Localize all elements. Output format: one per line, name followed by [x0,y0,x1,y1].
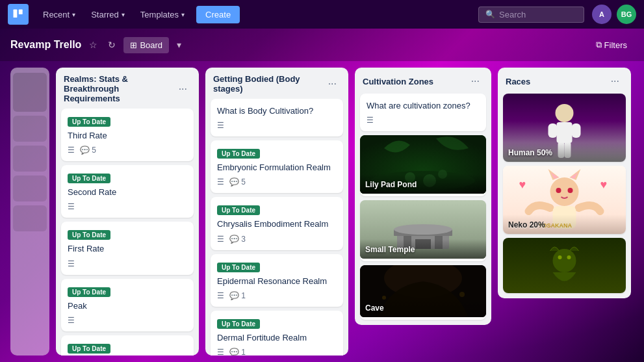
race-human-label: Human 50% [508,148,552,157]
board-view-label: Board [140,40,162,50]
card-comment-icon: 💬 5 [80,146,96,155]
card-comment-icon-em: 💬 5 [229,177,246,187]
avatar-user2[interactable]: BG [617,5,636,24]
svg-rect-1 [19,10,23,15]
view-chevron-button[interactable]: ▾ [174,37,184,53]
recent-button[interactable]: Recent ▾ [36,6,82,23]
recent-label: Recent [43,10,70,19]
share-button[interactable]: ↻ [105,37,118,53]
svg-rect-0 [14,10,18,18]
starred-chevron: ▾ [122,11,125,18]
card-label-epidermal: Up To Date [217,263,260,272]
card-cave[interactable]: Cave [360,265,486,320]
list-realms-title: Realms: Stats & Breakthrough Requirement… [64,74,175,103]
card-footer-body-cult: ☰ [217,121,337,130]
zone-lily-pad-label: Lily Pad Pond [365,180,417,189]
list-body-stages-header: Getting Bodied (Body stages) ··· [205,68,348,99]
race-neko-label: Neko 20% [508,220,545,229]
card-label-qi: Up To Date [68,344,110,354]
board-grid-icon: ⊞ [130,40,137,50]
card-label-second-rate: Up To Date [68,174,110,183]
card-comment-icon-de: 💬 1 [229,348,246,356]
starred-label: Starred [91,10,119,19]
trello-logo [8,4,29,25]
list-zones-content: What are cultivation zones? ☰ [355,94,491,325]
filters-button[interactable]: ⧉ Filters [589,36,634,53]
card-title-first-rate: First Rate [68,243,187,255]
list-body-stages-content: What is Body Cultivation? ☰ Up To Date E… [205,99,348,356]
card-label-third-rate: Up To Date [68,117,110,127]
svg-rect-22 [572,123,581,138]
card-embryonic[interactable]: Up To Date Embryonic Formulation Realm ☰… [211,140,343,193]
card-human[interactable]: Human 50% [503,94,626,162]
card-chrysalis[interactable]: Up To Date Chrysalis Embodiment Realm ☰ … [211,197,343,250]
list-body-stages: Getting Bodied (Body stages) ··· What is… [205,68,348,356]
avatar-user1[interactable]: A [592,5,612,24]
card-label-chrysalis: Up To Date [217,205,260,215]
card-dermal[interactable]: Up To Date Dermal Fortitude Realm ☰ 💬 1 [211,311,343,356]
card-footer-second-rate: ☰ [68,202,187,211]
list-zones-menu[interactable]: ··· [467,74,483,88]
list-body-stages-title: Getting Bodied (Body stages) [213,74,324,94]
card-neko[interactable]: ♥ ♥ YOSAKANA Neko 20% [503,166,626,234]
board-area: Realms: Stats & Breakthrough Requirement… [0,61,644,362]
search-input[interactable] [499,10,577,19]
svg-point-40 [567,255,571,259]
card-footer-embryonic: ☰ 💬 5 [217,177,337,187]
card-title-peak: Peak [68,300,187,312]
card-body-cultivation[interactable]: What is Body Cultivation? ☰ [211,99,343,136]
card-image-temple: Small Temple [360,200,486,259]
search-bar[interactable]: 🔍 [478,6,584,23]
card-label-dermal: Up To Date [217,319,260,329]
list-zones-header: Cultivation Zones ··· [355,68,491,94]
create-label: Create [205,10,231,19]
card-epidermal[interactable]: Up To Date Epidermal Resonance Realm ☰ 💬… [211,254,343,307]
recent-chevron: ▾ [72,11,75,18]
svg-rect-21 [548,123,558,138]
card-desc-icon-ch: ☰ [217,235,224,244]
templates-button[interactable]: Templates ▾ [134,6,191,23]
star-button[interactable]: ☆ [86,37,100,53]
templates-label: Templates [140,10,179,19]
svg-point-39 [558,255,562,259]
card-desc-icon-zi: ☰ [367,116,374,125]
top-navigation: Recent ▾ Starred ▾ Templates ▾ Create 🔍 … [0,0,644,29]
card-small-temple[interactable]: Small Temple [360,200,486,261]
list-realms-menu[interactable]: ··· [175,82,191,96]
list-races-menu[interactable]: ··· [607,74,623,88]
card-title-dermal: Dermal Fortitude Realm [217,332,337,344]
list-partial-left [10,68,49,356]
card-desc-icon-de: ☰ [217,348,224,356]
card-desc-icon-ep: ☰ [217,291,224,300]
card-description-icon-bc: ☰ [217,121,224,130]
card-second-rate[interactable]: Up To Date Second Rate ☰ [61,165,194,218]
create-button[interactable]: Create [196,6,240,23]
list-races: Races ··· [498,68,631,298]
card-footer-first-rate: ☰ [68,259,187,268]
card-title-third-rate: Third Rate [68,130,187,142]
card-third-rate[interactable]: Up To Date Third Rate ☰ 💬 5 [61,109,194,161]
card-comment-icon-ep: 💬 1 [229,291,246,300]
list-realms-content: Up To Date Third Rate ☰ 💬 5 Up To Date S… [56,109,199,356]
card-race-other[interactable] [503,238,626,293]
card-label-peak: Up To Date [68,287,110,297]
card-lily-pad[interactable]: Lily Pad Pond [360,135,486,196]
card-first-rate[interactable]: Up To Date First Rate ☰ [61,222,194,274]
card-peak[interactable]: Up To Date Peak ☰ [61,279,194,331]
list-races-header: Races ··· [498,68,631,94]
search-icon: 🔍 [485,10,495,19]
card-footer-epidermal: ☰ 💬 1 [217,291,337,300]
card-qi-sensing[interactable]: Up To Date Qi Sensing ☰ [61,335,194,356]
svg-point-26 [550,177,579,206]
starred-button[interactable]: Starred ▾ [84,6,131,23]
card-footer-peak: ☰ [68,316,187,325]
card-footer-third-rate: ☰ 💬 5 [68,146,187,155]
card-description-icon: ☰ [68,146,75,155]
card-title-chrysalis: Chrysalis Embodiment Realm [217,218,337,230]
card-desc-icon-em: ☰ [217,177,224,187]
card-zones-intro[interactable]: What are cultivation zones? ☰ [360,94,486,131]
board-header: Revamp Trello ☆ ↻ ⊞ Board ▾ ⧉ Filters [0,29,644,61]
list-realms: Realms: Stats & Breakthrough Requirement… [56,68,199,356]
list-body-stages-menu[interactable]: ··· [324,77,341,91]
board-view-button[interactable]: ⊞ Board [123,37,169,53]
